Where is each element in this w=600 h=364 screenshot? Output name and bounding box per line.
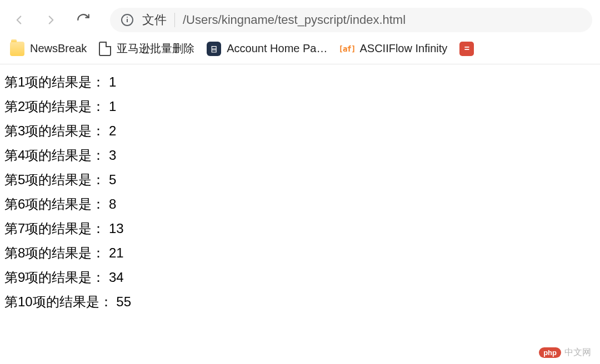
reload-button[interactable] xyxy=(72,9,94,31)
address-divider xyxy=(174,13,175,27)
result-line: 第1项的结果是： 1 xyxy=(4,70,596,94)
result-line: 第4项的结果是： 3 xyxy=(4,143,596,168)
page-content: 第1项的结果是： 1第2项的结果是： 1第3项的结果是： 2第4项的结果是： 3… xyxy=(0,64,600,320)
forward-icon xyxy=(44,13,58,27)
watermark-text: 中文网 xyxy=(564,347,591,358)
af-icon: [af] xyxy=(339,42,354,56)
forward-button[interactable] xyxy=(40,9,62,31)
result-line: 第6项的结果是： 8 xyxy=(4,192,596,216)
result-line: 第3项的结果是： 2 xyxy=(4,119,596,143)
bookmark-label: 亚马逊批量删除 xyxy=(117,41,194,56)
watermark-badge: php xyxy=(539,347,561,358)
bookmark-item[interactable]: NewsBreak xyxy=(10,42,87,56)
red-icon: = xyxy=(459,42,474,56)
bookmarks-bar: NewsBreak亚马逊批量删除⌸Account Home Pa…[af]ASC… xyxy=(8,40,592,58)
folder-icon xyxy=(10,42,24,56)
result-line: 第10项的结果是： 55 xyxy=(4,290,596,314)
result-line: 第5项的结果是： 5 xyxy=(4,168,596,192)
address-bar[interactable]: 文件 /Users/kingname/test_pyscript/index.h… xyxy=(110,8,592,32)
bookmark-item[interactable]: = xyxy=(459,42,474,56)
bookmark-item[interactable]: [af]ASCIIFlow Infinity xyxy=(339,42,447,56)
svg-point-2 xyxy=(127,17,128,18)
result-line: 第7项的结果是： 13 xyxy=(4,216,596,241)
db-icon: ⌸ xyxy=(207,42,221,56)
bookmark-label: Account Home Pa… xyxy=(227,42,327,55)
watermark: php 中文网 xyxy=(539,347,591,358)
address-file-label: 文件 xyxy=(142,12,167,28)
nav-row: 文件 /Users/kingname/test_pyscript/index.h… xyxy=(8,4,592,40)
bookmark-item[interactable]: 亚马逊批量删除 xyxy=(99,41,194,56)
result-line: 第9项的结果是： 34 xyxy=(4,265,596,290)
address-path: /Users/kingname/test_pyscript/index.html xyxy=(183,13,406,27)
result-line: 第8项的结果是： 21 xyxy=(4,241,596,265)
back-button[interactable] xyxy=(8,9,30,31)
result-line: 第2项的结果是： 1 xyxy=(4,94,596,119)
reload-icon xyxy=(76,13,91,27)
back-icon xyxy=(12,13,26,27)
bookmark-label: ASCIIFlow Infinity xyxy=(359,42,447,55)
file-icon xyxy=(99,42,111,56)
info-icon[interactable] xyxy=(120,13,134,27)
browser-chrome: 文件 /Users/kingname/test_pyscript/index.h… xyxy=(0,0,600,64)
bookmark-label: NewsBreak xyxy=(30,42,87,55)
bookmark-item[interactable]: ⌸Account Home Pa… xyxy=(207,42,327,56)
